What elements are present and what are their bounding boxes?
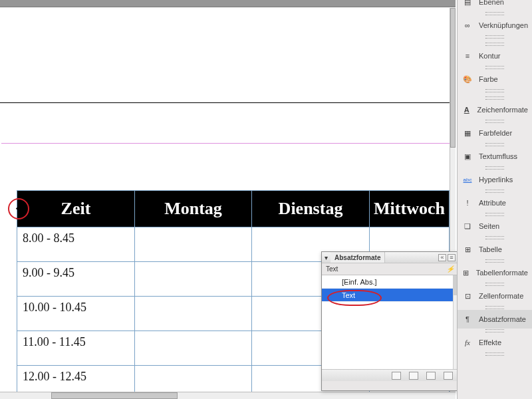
table-cell[interactable] <box>135 331 252 366</box>
dock-item-verk[interactable]: ∞Verknüpfungen <box>458 16 532 35</box>
style-item-label: [Einf. Abs.] <box>342 278 377 286</box>
dock-grip[interactable] <box>458 329 532 333</box>
layers-icon: ▤ <box>462 0 473 7</box>
scroll-thumb[interactable] <box>450 8 456 148</box>
new-style-button[interactable] <box>426 372 436 380</box>
dock-grip[interactable] <box>458 189 532 194</box>
dock-item-label: Kontur <box>479 52 500 60</box>
panel-title: Absatzformate <box>334 254 380 261</box>
dock-item-label: Hyperlinks <box>479 176 513 184</box>
table-cell[interactable] <box>135 227 252 262</box>
dock-item-kontur[interactable]: ≡Kontur <box>458 47 532 65</box>
dock-grip[interactable] <box>458 96 532 100</box>
dock-item-tabelle[interactable]: ⊞Tabelle <box>458 240 532 259</box>
dock-grip[interactable] <box>458 305 532 310</box>
dock-item-label: Zeichenformate <box>477 106 528 114</box>
dock-item-label: Textumfluss <box>479 152 517 160</box>
dock-grip[interactable] <box>458 282 532 287</box>
dock-grip[interactable] <box>458 65 532 70</box>
time-cell[interactable]: 8.00 - 8.45 <box>17 227 135 262</box>
col-header-zeit[interactable]: Zeit <box>17 191 135 227</box>
table-cell[interactable] <box>135 262 252 297</box>
dock-item-zellform[interactable]: ⊡Zellenformate <box>458 287 532 305</box>
col-header-mittwoch[interactable]: Mittwoch <box>370 191 450 227</box>
dock-item-label: Seiten <box>479 222 499 230</box>
cellfmt-icon: ⊡ <box>462 291 473 301</box>
dock-item-label: Absatzformate <box>479 315 526 323</box>
current-style-label: Text <box>326 265 338 273</box>
page-boundary <box>0 102 450 103</box>
fx-icon: fx <box>462 338 473 347</box>
table-icon: ⊞ <box>462 245 473 254</box>
dock-item-label: Attribute <box>479 199 506 207</box>
dock-item-label: Farbe <box>479 75 498 83</box>
dock-item-absform[interactable]: ¶Absatzformate <box>458 310 532 329</box>
dock-item-label: Ebenen <box>479 0 504 6</box>
dock-item-attr[interactable]: !Attribute <box>458 194 532 212</box>
panel-titlebar[interactable]: ▾ Absatzformate « ≡ <box>322 252 458 263</box>
scroll-thumb[interactable] <box>51 392 178 399</box>
time-cell[interactable]: 10.00 - 10.45 <box>17 297 135 331</box>
override-flash-icon[interactable]: ⚡ <box>446 265 454 273</box>
col-header-montag[interactable]: Montag <box>135 191 252 227</box>
style-list[interactable]: [Einf. Abs.] Text <box>322 275 458 369</box>
canvas-horizontal-scrollbar[interactable] <box>0 392 456 399</box>
pages-icon: ❏ <box>462 221 473 231</box>
dock-item-label: Tabellenformate <box>476 269 528 277</box>
dock-grip[interactable] <box>458 88 532 93</box>
panel-menu-button[interactable]: ≡ <box>448 254 456 261</box>
dock-item-tabform[interactable]: ⊞Tabellenformate <box>458 263 532 282</box>
style-item-text[interactable]: Text <box>322 289 458 302</box>
dock-item-ebenen[interactable]: ▤Ebenen <box>458 0 532 11</box>
time-cell[interactable]: 11.00 - 11.45 <box>17 331 135 366</box>
dock-item-effekte[interactable]: fxEffekte <box>458 333 532 352</box>
dock-grip[interactable] <box>458 235 532 240</box>
dock-item-zeichen[interactable]: AZeichenformate <box>458 100 532 119</box>
dock-item-label: Effekte <box>479 338 501 346</box>
dock-item-label: Tabelle <box>479 245 502 253</box>
dock-grip[interactable] <box>458 42 532 47</box>
absatzformate-panel[interactable]: ▾ Absatzformate « ≡ Text ⚡ [Einf. Abs.] … <box>321 251 459 391</box>
panel-dock: ▤Ebenen∞Verknüpfungen≡Kontur🎨FarbeAZeich… <box>457 0 532 399</box>
wrap-icon: ▣ <box>462 152 473 161</box>
dock-grip[interactable] <box>458 259 532 263</box>
dock-grip[interactable] <box>458 35 532 39</box>
hyperlink-icon: abc <box>462 175 473 184</box>
dock-item-farbfeld[interactable]: ▦Farbfelder <box>458 124 532 142</box>
dock-item-seiten[interactable]: ❏Seiten <box>458 217 532 235</box>
panel-dock-button[interactable]: « <box>438 254 446 261</box>
time-cell[interactable]: 9.00 - 9.45 <box>17 262 135 297</box>
charfmt-icon: A <box>462 105 472 114</box>
delete-style-button[interactable] <box>444 372 453 380</box>
dock-grip[interactable] <box>458 11 532 16</box>
swatches-icon: ▦ <box>462 128 473 138</box>
dock-item-hyper[interactable]: abcHyperlinks <box>458 170 532 189</box>
attributes-icon: ! <box>462 198 473 207</box>
dock-grip[interactable] <box>458 119 532 124</box>
parafmt-icon: ¶ <box>462 315 473 324</box>
dock-grip[interactable] <box>458 212 532 217</box>
clear-override-button[interactable] <box>409 372 418 380</box>
dock-item-label: Zellenformate <box>479 292 523 300</box>
dock-item-label: Farbfelder <box>479 129 512 137</box>
dock-grip[interactable] <box>458 352 532 356</box>
dock-item-label: Verknüpfungen <box>479 21 528 29</box>
palette-icon: 🎨 <box>462 74 473 84</box>
style-item-basic[interactable]: [Einf. Abs.] <box>322 275 458 289</box>
dock-grip[interactable] <box>458 142 532 147</box>
panel-collapse-toggle[interactable]: ▾ <box>325 254 328 261</box>
new-folder-button[interactable] <box>392 372 401 380</box>
app-toolbar-fragment <box>0 0 456 7</box>
table-cell[interactable] <box>135 297 252 331</box>
stroke-icon: ≡ <box>462 51 473 61</box>
dock-item-farbe[interactable]: 🎨Farbe <box>458 70 532 88</box>
col-header-dienstag[interactable]: Dienstag <box>252 191 370 227</box>
links-icon: ∞ <box>462 21 473 30</box>
dock-item-textumfl[interactable]: ▣Textumfluss <box>458 147 532 166</box>
tablefmt-icon: ⊞ <box>462 268 471 277</box>
margin-guide <box>1 143 450 144</box>
style-item-label: Text <box>342 291 355 299</box>
panel-footer <box>322 369 458 381</box>
dock-grip[interactable] <box>458 166 532 170</box>
